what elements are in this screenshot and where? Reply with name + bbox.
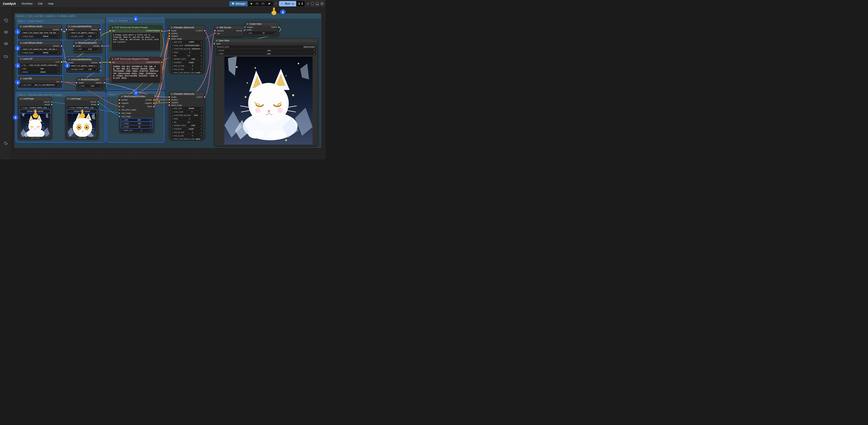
widget-image[interactable]: ◀ image ComfyUI_00593_.png▶ (20, 106, 50, 109)
choose-file-button[interactable]: choose file to upload (20, 110, 50, 113)
menu-help[interactable]: Help (48, 2, 54, 5)
notification-bell-alt-icon[interactable] (262, 2, 265, 5)
output-port-model[interactable] (101, 45, 103, 47)
widget-sampler-name[interactable]: ◀sampler_nameeuler▶ (171, 58, 203, 60)
output-port-model[interactable] (99, 62, 101, 63)
widget-fps[interactable]: ◀ fps 16▶ (247, 32, 277, 34)
theme-moon-icon[interactable] (4, 141, 8, 145)
node-ksampler-advanced-a[interactable]: KSampler (Advanced) model LATENT positiv… (169, 26, 205, 72)
input-port-negative[interactable] (168, 102, 170, 103)
output-port-conditioning[interactable] (161, 30, 162, 32)
increment-icon[interactable] (301, 2, 303, 3)
input-port-images[interactable] (244, 26, 246, 28)
run-button[interactable]: ▷ Run (279, 1, 296, 6)
widget-strength-model[interactable]: ◀ strength_model 1.00▶ (68, 68, 98, 71)
node-lora-loader-low[interactable]: LoraLoaderModelOnly model MODEL ◀ wan2.2… (66, 58, 100, 72)
output-port-image[interactable] (98, 101, 99, 102)
output-port-video[interactable] (278, 26, 280, 28)
menu-workflow[interactable]: Workflow (22, 2, 33, 5)
node-load-vae[interactable]: Load VAE VAE ◀ vae_name wan_2.1_vae.safe… (18, 76, 62, 87)
output-port-model[interactable] (61, 45, 62, 47)
negative-prompt-textarea[interactable]: 色调艳丽，过曝，静态，细节模糊不清，字幕，风格，作品，画作，画面，静止，整体发灰… (112, 64, 160, 82)
input-port-positive[interactable] (168, 33, 170, 34)
node-lora-loader-high[interactable]: LoraLoaderModelOnly model MODEL ◀ wan2.2… (66, 25, 100, 39)
input-port-samples[interactable] (214, 30, 216, 31)
input-port-clip[interactable] (110, 62, 111, 63)
input-port-clip-vision-output[interactable] (119, 109, 120, 110)
cancel-run-icon[interactable]: × (307, 1, 309, 6)
widget-strength-model[interactable]: ◀ strength_model 1.00▶ (68, 35, 98, 38)
widget-return-with-leftover-noise[interactable]: ◀return_with_leftover_noiseenable▶ (171, 71, 203, 74)
widget-unet-name[interactable]: ◀ wan2.2_fun_inpaint_low_noise_14B_fp8_s… (20, 48, 60, 51)
output-port-clip[interactable] (61, 61, 62, 63)
widget-steps[interactable]: ◀steps4▶ (171, 117, 203, 120)
widget-shift[interactable]: ◀ shift 8.00▶ (75, 48, 100, 51)
output-port-image[interactable] (51, 101, 53, 102)
widget-add-noise[interactable]: ◀add_noiseenable▶ (171, 40, 203, 43)
widget-cfg[interactable]: ◀cfg1.0▶ (171, 54, 203, 57)
share-icon[interactable] (268, 2, 271, 5)
input-port-positive[interactable] (119, 99, 120, 101)
positive-prompt-textarea[interactable]: A dreamy scene where a little cat is sle… (112, 33, 160, 50)
output-port-mask[interactable] (98, 104, 99, 105)
input-port-vae[interactable] (119, 106, 120, 107)
widget-control-after-generate[interactable]: ◀control after generaterandomize▶ (171, 47, 203, 50)
output-port-latent[interactable] (204, 30, 206, 31)
group-step2-title[interactable]: Step 2 - Upload start and end images (16, 92, 105, 97)
node-model-sampling-sd3-a[interactable]: ModelSamplingSD3 model MODEL ◀ shift 8.0… (74, 41, 102, 53)
widget-noise-seed[interactable]: ◀noise_seed221824495232956▶ (171, 44, 203, 47)
input-port-model[interactable] (73, 45, 74, 47)
widget-weight-dtype[interactable]: ◀ weight_dtype default▶ (20, 51, 60, 54)
output-port-model[interactable] (99, 29, 101, 30)
node-load-clip[interactable]: Load CLIP CLIP ◀ clip_... umt5_xxl_fp8_e… (18, 57, 62, 74)
batch-count-stepper[interactable]: 1 (296, 1, 305, 6)
input-port-model[interactable] (168, 96, 170, 98)
input-port-start-image[interactable] (119, 112, 120, 114)
widget-width[interactable]: ◀width640▶ (121, 119, 152, 121)
choose-file-button[interactable]: choose file to upload (67, 110, 97, 113)
menu-edit[interactable]: Edit (38, 2, 42, 5)
output-port-conditioning[interactable] (161, 62, 162, 63)
widget-end-at-step[interactable]: ◀end_at_step2▶ (171, 68, 203, 71)
node-wan-fun-inpaint-to-video[interactable]: WanFunInpaintToVideo positive positive n… (119, 94, 154, 133)
output-port-latent[interactable] (204, 96, 206, 98)
node-load-diffusion-model-low[interactable]: Load Diffusion Model MODEL ◀ wan2.2_fun_… (18, 41, 62, 55)
bottom-panel-toggle-icon[interactable] (316, 2, 319, 5)
output-port-latent[interactable] (153, 106, 155, 107)
input-port-clip[interactable] (110, 30, 111, 32)
widget-filename-prefix[interactable]: filename_prefix video/ComfyUI (216, 45, 316, 48)
widget-unet-name[interactable]: ◀ wan2.2_fun_inpaint_high_noise_14B_fp8_… (20, 31, 60, 34)
input-port-vae[interactable] (214, 33, 216, 34)
output-port-mask[interactable] (51, 104, 53, 105)
notification-bell-icon[interactable] (256, 2, 259, 5)
output-port-model[interactable] (61, 29, 62, 30)
workflow-group-title[interactable]: Wan2.2_fun_Inp fp8_scaled + 4 steps LoRA (15, 14, 321, 19)
queue-icon[interactable] (4, 30, 8, 34)
settings-gear-icon[interactable] (3, 158, 8, 159)
manager-button[interactable]: Manager (229, 1, 248, 6)
node-ksampler-advanced-b[interactable]: KSampler (Advanced) model LATENT positiv… (169, 92, 205, 138)
widget-return-with-leftover-noise[interactable]: ◀return_with_leftover_noisedisable▶ (171, 138, 203, 140)
widget-cfg[interactable]: ◀cfg1.0▶ (171, 121, 203, 124)
input-port-model[interactable] (168, 30, 170, 31)
widget-lora-name[interactable]: ◀ wan2.2_i2v_lightx2v_4steps_lor ...▶ (68, 64, 98, 67)
widget-clip-name[interactable]: ◀ clip_... umt5_xxl_fp8_e4m3fn_scaled.sa… (20, 64, 60, 67)
chevron-down-icon[interactable] (291, 2, 294, 5)
input-port-latent-image[interactable] (168, 104, 170, 106)
input-port-video[interactable] (214, 43, 215, 44)
node-vae-decode[interactable]: VAE Decode samples IMAGE vae (215, 26, 244, 37)
focus-mode-icon[interactable] (311, 2, 314, 5)
input-port-end-image[interactable] (119, 116, 120, 117)
widget-codec[interactable]: ◀ codec auto▶ (216, 52, 316, 55)
output-port-vae[interactable] (61, 81, 62, 83)
widget-type[interactable]: ◀ type wan▶ (20, 67, 60, 70)
widget-height[interactable]: ◀height640▶ (121, 122, 152, 125)
widget-add-noise[interactable]: ◀add_noisedisable▶ (171, 107, 203, 110)
input-port-negative[interactable] (168, 35, 170, 37)
video-preview[interactable] (224, 57, 313, 144)
widget-lora-name[interactable]: ◀ wan2.2_i2v_lightx2v_4steps_lor ...▶ (68, 31, 98, 34)
node-load-diffusion-model-high[interactable]: Load Diffusion Model MODEL ◀ wan2.2_fun_… (18, 25, 62, 39)
widget-control-after-generate[interactable]: ◀control after generatefixed▶ (171, 114, 203, 117)
node-model-sampling-sd3-b[interactable]: ModelSamplingSD3 model MODEL ◀ shift 8.0… (76, 77, 104, 90)
toolbar-drag-handle[interactable] (275, 2, 277, 5)
